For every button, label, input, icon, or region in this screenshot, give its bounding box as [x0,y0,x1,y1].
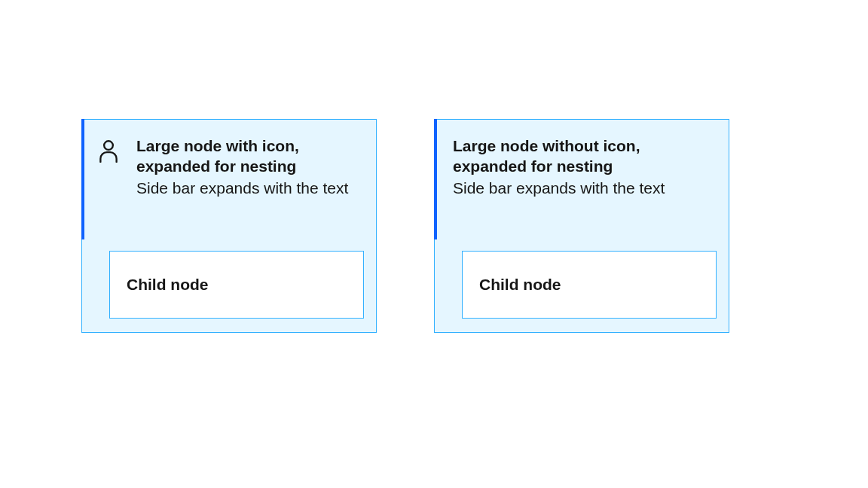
child-node-label: Child node [479,276,561,294]
node-subtitle: Side bar expands with the text [136,178,358,199]
node-text: Large node with icon, expanded for nesti… [136,136,358,199]
user-icon [96,138,121,163]
node-subtitle: Side bar expands with the text [453,178,711,199]
node-header: Large node with icon, expanded for nesti… [82,120,376,199]
accent-sidebar [81,119,84,239]
accent-sidebar [434,119,437,239]
child-node: Child node [109,251,364,319]
svg-point-0 [104,141,113,150]
large-node-with-icon: Large node with icon, expanded for nesti… [81,119,377,333]
nested-area: Child node [462,251,717,319]
diagram-canvas: Large node with icon, expanded for nesti… [0,0,868,488]
node-text: Large node without icon, expanded for ne… [453,136,711,199]
node-title: Large node without icon, expanded for ne… [453,136,711,177]
node-header: Large node without icon, expanded for ne… [435,120,729,199]
child-node-label: Child node [127,276,209,294]
child-node: Child node [462,251,717,319]
nested-area: Child node [109,251,364,319]
node-title: Large node with icon, expanded for nesti… [136,136,358,177]
large-node-without-icon: Large node without icon, expanded for ne… [434,119,729,333]
